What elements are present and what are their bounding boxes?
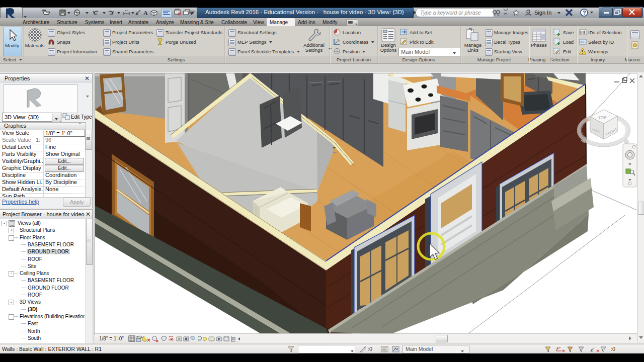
svg-text:TOP: TOP [598, 115, 607, 121]
svg-text:?: ? [583, 10, 586, 16]
svg-text:Sign In: Sign In [534, 10, 551, 16]
svg-text:ID: ID [581, 40, 585, 44]
svg-text:A: A [143, 10, 148, 17]
